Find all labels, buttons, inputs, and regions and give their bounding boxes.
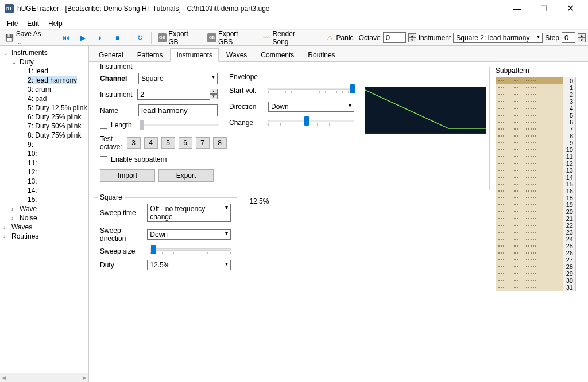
- panic-button[interactable]: ⚠ Panic: [323, 32, 357, 44]
- close-button[interactable]: ✕: [557, 0, 583, 17]
- test-octave-4[interactable]: 4: [144, 137, 158, 149]
- subpattern-row[interactable]: 11: [496, 153, 575, 160]
- length-checkbox[interactable]: [100, 122, 107, 129]
- subpattern-row[interactable]: 0: [496, 77, 575, 84]
- sweep-time-combo[interactable]: Off - no frequency change: [147, 204, 231, 222]
- subpattern-row[interactable]: 8: [496, 132, 575, 139]
- subpattern-row[interactable]: 16: [496, 188, 575, 194]
- export-button[interactable]: Export: [158, 169, 214, 182]
- play-pattern-button[interactable]: ▶: [76, 32, 91, 44]
- subpattern-row[interactable]: 7: [496, 126, 575, 132]
- subpattern-row[interactable]: 3: [496, 98, 575, 105]
- tree-duty-item[interactable]: 15:: [1, 195, 87, 204]
- minimize-button[interactable]: —: [504, 0, 531, 17]
- tab-comments[interactable]: Comments: [254, 48, 300, 61]
- tree-duty-item[interactable]: 6: Duty 25% plink: [1, 112, 87, 122]
- tree-duty-item[interactable]: 7: Duty 50% plink: [1, 122, 87, 131]
- instrument-tree[interactable]: ⌄Instruments ⌄Duty 1: lead2: lead harmon…: [0, 46, 89, 382]
- render-button[interactable]: 〰 Render Song: [259, 29, 315, 47]
- subpattern-row[interactable]: 1: [496, 84, 575, 91]
- export-gb-button[interactable]: GB Export GB: [155, 29, 203, 47]
- subpattern-row[interactable]: 13: [496, 167, 575, 174]
- tree-noise[interactable]: ›Noise: [1, 213, 87, 223]
- import-button[interactable]: Import: [100, 169, 155, 182]
- octave-down[interactable]: ▼: [408, 38, 416, 42]
- tree-waves[interactable]: ›Waves: [1, 223, 87, 232]
- subpattern-row[interactable]: 19: [496, 201, 575, 208]
- octave-up[interactable]: ▲: [408, 33, 416, 38]
- test-octave-8[interactable]: 8: [213, 137, 227, 149]
- menu-help[interactable]: Help: [44, 18, 67, 29]
- menu-edit[interactable]: Edit: [22, 18, 44, 29]
- tab-general[interactable]: General: [92, 48, 130, 61]
- step-input[interactable]: [562, 32, 575, 43]
- save-button[interactable]: 💾 Save As ...: [2, 29, 51, 47]
- tree-wave[interactable]: ›Wave: [1, 204, 87, 213]
- start-vol-slider[interactable]: [268, 88, 354, 93]
- sweep-direction-combo[interactable]: Down: [147, 229, 231, 240]
- tab-instruments[interactable]: Instruments: [170, 48, 219, 62]
- length-slider[interactable]: [140, 124, 218, 126]
- subpattern-row[interactable]: 21: [496, 215, 575, 222]
- subpattern-row[interactable]: 27: [496, 256, 575, 263]
- tree-duty-item[interactable]: 3: drum: [1, 85, 87, 94]
- instrument-combo[interactable]: Square 2: lead harmony: [453, 33, 543, 43]
- subpattern-row[interactable]: 6: [496, 119, 575, 126]
- test-octave-6[interactable]: 6: [179, 137, 192, 149]
- subpattern-row[interactable]: 20: [496, 208, 575, 215]
- maximize-button[interactable]: ☐: [531, 0, 557, 17]
- duty-combo[interactable]: 12.5%: [147, 260, 231, 270]
- tree-root-instruments[interactable]: ⌄Instruments: [1, 48, 87, 57]
- instrument-name-input[interactable]: [138, 104, 218, 116]
- direction-combo[interactable]: Down: [268, 102, 354, 112]
- octave-input[interactable]: [383, 32, 406, 43]
- test-octave-7[interactable]: 7: [196, 137, 210, 149]
- subpattern-row[interactable]: 25: [496, 243, 575, 250]
- stop-button[interactable]: ■: [110, 32, 125, 44]
- test-octave-5[interactable]: 5: [161, 137, 175, 149]
- subpattern-row[interactable]: 5: [496, 112, 575, 119]
- tree-duty-item[interactable]: 11:: [1, 158, 87, 167]
- tree-duty-item[interactable]: 13:: [1, 177, 87, 186]
- enable-subpattern-checkbox[interactable]: [100, 156, 107, 163]
- tab-routines[interactable]: Routines: [301, 48, 341, 61]
- subpattern-grid[interactable]: 0123456789101112131415161819202122232425…: [496, 77, 576, 291]
- channel-combo[interactable]: Square: [138, 73, 218, 84]
- tree-duty-item[interactable]: 4: pad: [1, 94, 87, 103]
- export-gbs-button[interactable]: GB Export GBS: [204, 29, 257, 47]
- subpattern-row[interactable]: 18: [496, 194, 575, 201]
- tab-waves[interactable]: Waves: [220, 48, 253, 61]
- instrument-number-input[interactable]: ▲▼: [137, 89, 218, 100]
- subpattern-row[interactable]: 2: [496, 91, 575, 98]
- sweep-size-slider[interactable]: [150, 248, 231, 254]
- subpattern-row[interactable]: 31: [496, 284, 575, 291]
- rewind-button[interactable]: ⏮: [59, 32, 74, 44]
- subpattern-row[interactable]: 26: [496, 250, 575, 256]
- subpattern-row[interactable]: 14: [496, 174, 575, 181]
- subpattern-row[interactable]: 9: [496, 139, 575, 146]
- subpattern-row[interactable]: 24: [496, 236, 575, 243]
- menu-file[interactable]: File: [2, 18, 22, 29]
- subpattern-row[interactable]: 28: [496, 263, 575, 270]
- subpattern-row[interactable]: 12: [496, 160, 575, 167]
- tree-duty-item[interactable]: 8: Duty 75% plink: [1, 131, 87, 140]
- subpattern-row[interactable]: 15: [496, 181, 575, 188]
- subpattern-row[interactable]: 10: [496, 146, 575, 153]
- tree-duty-item[interactable]: 5: Duty 12.5% plink: [1, 103, 87, 112]
- tree-duty-item[interactable]: 2: lead harmony: [1, 76, 87, 85]
- subpattern-row[interactable]: 22: [496, 222, 575, 229]
- play-button[interactable]: ⏵: [93, 32, 108, 44]
- tree-duty-item[interactable]: 12:: [1, 167, 87, 177]
- subpattern-row[interactable]: 4: [496, 105, 575, 112]
- subpattern-row[interactable]: 29: [496, 270, 575, 277]
- tree-duty-item[interactable]: 14:: [1, 186, 87, 195]
- tree-duty-item[interactable]: 1: lead: [1, 67, 87, 76]
- test-octave-3[interactable]: 3: [127, 137, 141, 149]
- subpattern-row[interactable]: 23: [496, 229, 575, 236]
- step-up[interactable]: ▲: [578, 33, 586, 38]
- subpattern-row[interactable]: 30: [496, 277, 575, 284]
- tree-routines[interactable]: ›Routines: [1, 232, 87, 241]
- step-down[interactable]: ▼: [578, 38, 586, 42]
- change-slider[interactable]: [268, 120, 354, 126]
- tree-duty[interactable]: ⌄Duty: [1, 57, 87, 67]
